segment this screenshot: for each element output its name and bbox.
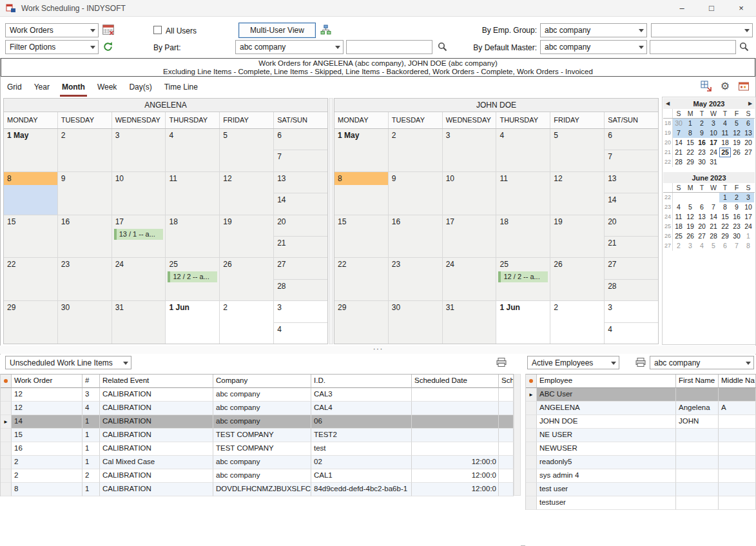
- print-employees-button[interactable]: [635, 357, 646, 367]
- calendar-day-cell[interactable]: 14: [605, 193, 658, 214]
- calendar-day-cell[interactable]: 2: [389, 129, 443, 171]
- calendar-day-cell[interactable]: 2512 / 2 -- a...: [496, 258, 550, 300]
- calendar-picker-icon[interactable]: [102, 23, 115, 36]
- export-schedule-icon[interactable]: [701, 81, 712, 92]
- mini-day[interactable]: 30: [696, 157, 708, 167]
- calendar-day-cell[interactable]: 23: [58, 258, 112, 300]
- table-row[interactable]: readonly5: [526, 456, 756, 469]
- mini-day[interactable]: 14: [708, 212, 719, 222]
- mini-day[interactable]: [731, 157, 742, 167]
- minimize-button[interactable]: –: [667, 0, 697, 17]
- calendar-day-cell[interactable]: 23: [389, 258, 443, 300]
- row-selector[interactable]: [1, 442, 12, 456]
- calendar-day-cell[interactable]: 29: [334, 301, 389, 344]
- calendar-day-cell[interactable]: 8: [4, 172, 58, 215]
- mini-day[interactable]: 27: [696, 231, 708, 241]
- calendar-day-cell[interactable]: 22: [334, 258, 389, 300]
- line-items-view-dropdown[interactable]: Unscheduled Work Line Items: [5, 356, 131, 369]
- column-header[interactable]: Company: [213, 375, 311, 388]
- column-header[interactable]: Middle Na: [719, 375, 756, 388]
- column-header[interactable]: Schec: [499, 375, 514, 388]
- line-items-scrollbar[interactable]: [514, 374, 521, 496]
- table-row[interactable]: 81CALIBRATIONDOVDLFHCNMZJBUXSLFCGNI84d9c…: [1, 483, 514, 496]
- mini-day[interactable]: 22: [684, 148, 696, 157]
- mini-day[interactable]: 2: [731, 193, 742, 202]
- row-selector[interactable]: [1, 402, 12, 415]
- refresh-icon[interactable]: [102, 41, 113, 52]
- calendar-day-cell[interactable]: 7: [274, 150, 327, 171]
- mini-day[interactable]: 11: [719, 128, 731, 138]
- calendar-day-cell[interactable]: 3: [605, 301, 658, 322]
- mini-day[interactable]: 2: [673, 241, 684, 251]
- mini-day[interactable]: 12: [731, 128, 742, 138]
- mini-day[interactable]: [684, 193, 696, 202]
- row-selector[interactable]: [526, 496, 537, 510]
- tab-month[interactable]: Month: [60, 77, 87, 97]
- calendar-day-cell[interactable]: 17: [443, 215, 497, 258]
- mini-day[interactable]: [708, 193, 719, 202]
- table-row[interactable]: JOHN DOEJOHN: [526, 415, 756, 429]
- mini-day[interactable]: 20: [742, 138, 754, 148]
- calendar-event[interactable]: 12 / 2 -- a...: [168, 271, 217, 282]
- calendar-day-cell[interactable]: 5: [220, 129, 274, 171]
- mini-day[interactable]: 4: [696, 241, 708, 251]
- employee-company-dropdown[interactable]: abc company: [650, 356, 754, 369]
- calendar-event[interactable]: 12 / 2 -- a...: [498, 271, 548, 282]
- mini-day[interactable]: 27: [742, 148, 754, 157]
- row-selector[interactable]: [1, 456, 12, 469]
- mini-day[interactable]: 8: [684, 128, 696, 138]
- calendar-day-cell[interactable]: 2: [220, 301, 274, 344]
- table-row[interactable]: NEWUSER: [526, 442, 756, 456]
- mini-day[interactable]: [719, 157, 731, 167]
- mini-day[interactable]: 7: [731, 241, 742, 251]
- calendar-day-cell[interactable]: 19: [220, 215, 274, 258]
- column-header[interactable]: Employee: [537, 375, 676, 388]
- calendar-day-cell[interactable]: 26: [220, 258, 274, 300]
- table-row[interactable]: 21Cal Mixed Caseabc company0212:00:0: [1, 456, 514, 469]
- row-selector[interactable]: [526, 429, 537, 442]
- mini-day[interactable]: 9: [696, 128, 708, 138]
- mini-day[interactable]: 6: [719, 241, 731, 251]
- calendar-day-cell[interactable]: 13: [274, 172, 327, 193]
- calendar-day-cell[interactable]: 11: [496, 172, 550, 215]
- calendar-day-cell[interactable]: 13: [605, 172, 658, 193]
- mini-day[interactable]: 15: [684, 138, 696, 148]
- calendar-day-cell[interactable]: 20: [274, 215, 327, 237]
- calendar-day-cell[interactable]: 6: [274, 129, 327, 150]
- calendar-day-cell[interactable]: 8: [334, 172, 389, 215]
- calendar-day-cell[interactable]: 3: [274, 301, 327, 322]
- tab-year[interactable]: Year: [32, 77, 52, 97]
- calendar-day-cell[interactable]: 1 May: [334, 129, 389, 171]
- mini-day[interactable]: 29: [719, 231, 731, 241]
- calendar-day-cell[interactable]: 16: [389, 215, 443, 258]
- calendar-day-cell[interactable]: 18: [496, 215, 550, 258]
- work-orders-dropdown[interactable]: Work Orders: [5, 23, 99, 37]
- mini-day[interactable]: 6: [696, 202, 708, 212]
- column-header[interactable]: #: [82, 375, 100, 388]
- row-selector[interactable]: [526, 442, 537, 456]
- calendar-day-cell[interactable]: 28: [274, 280, 327, 300]
- table-row[interactable]: 161CALIBRATIONTEST COMPANYtest: [1, 442, 514, 456]
- mini-day[interactable]: 10: [708, 128, 719, 138]
- row-selector[interactable]: [526, 483, 537, 496]
- column-header[interactable]: First Name: [676, 375, 719, 388]
- mini-day[interactable]: 24: [742, 222, 754, 231]
- mini-day[interactable]: 22: [719, 222, 731, 231]
- mini-day[interactable]: 8: [719, 202, 731, 212]
- mini-day[interactable]: 25: [673, 231, 684, 241]
- calendar-day-cell[interactable]: 1 Jun: [496, 301, 550, 344]
- mini-day[interactable]: 5: [708, 241, 719, 251]
- default-master-search-input[interactable]: [650, 40, 736, 54]
- calendar-day-cell[interactable]: 29: [4, 301, 58, 344]
- calendar-day-cell[interactable]: 1 May: [4, 129, 58, 171]
- table-row[interactable]: NE USER: [526, 429, 756, 442]
- row-selector[interactable]: [526, 469, 537, 483]
- mini-day[interactable]: 26: [731, 148, 742, 157]
- mini-day[interactable]: 15: [719, 212, 731, 222]
- table-row[interactable]: ►ABC User: [526, 388, 756, 402]
- row-selector[interactable]: [1, 388, 12, 402]
- mini-day[interactable]: 13: [696, 212, 708, 222]
- mini-day[interactable]: 1: [684, 119, 696, 128]
- mini-day[interactable]: 17: [742, 212, 754, 222]
- search-icon[interactable]: [739, 42, 749, 52]
